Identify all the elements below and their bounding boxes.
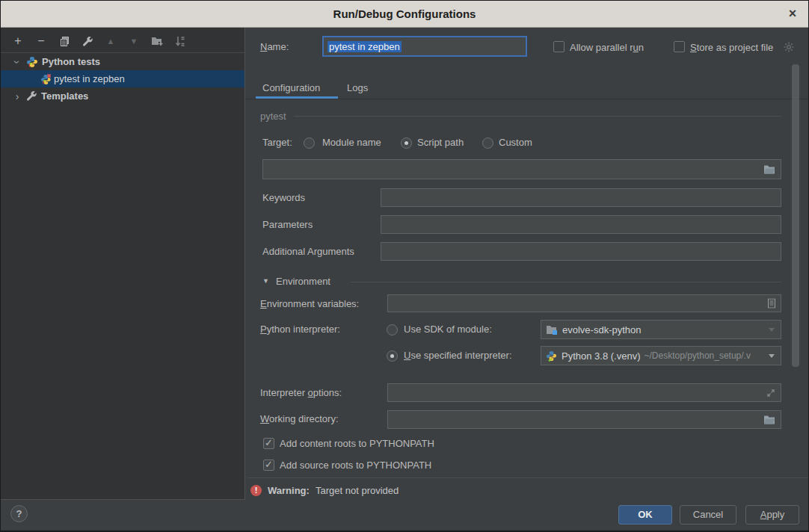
warning-label: Warning: [268,485,310,496]
name-input-selected-text: pytest in zepben [327,41,402,52]
target-module-name-radio[interactable] [304,137,315,149]
target-custom-radio[interactable] [482,137,493,149]
use-specified-interpreter-radio[interactable] [387,350,398,362]
folder-browse-icon[interactable] [763,164,775,174]
target-custom-label[interactable]: Custom [499,137,532,149]
target-module-name-label[interactable]: Module name [322,137,381,149]
new-folder-icon[interactable] [150,34,164,48]
additional-arguments-label: Additional Arguments [262,246,354,258]
store-as-project-file-label: Store as project file [690,42,773,54]
sort-alphabetically-icon[interactable] [173,34,187,48]
target-script-path-radio[interactable] [401,137,412,149]
python-interpreter-label: Python interpreter: [260,324,340,335]
keywords-label: Keywords [262,192,305,204]
environment-variables-label: Environment variables: [260,298,359,310]
help-button[interactable]: ? [10,505,28,522]
scrollbar-thumb[interactable] [792,64,799,367]
warning-divider [247,477,809,478]
run-debug-configurations-dialog: Run/Debug Configurations × + − ▲ ▼ › [0,0,809,532]
dialog-title: Run/Debug Configurations [333,7,476,20]
close-icon[interactable]: × [785,6,800,21]
wrench-icon [26,90,37,102]
working-directory-input[interactable] [387,410,781,429]
tree-item-templates[interactable]: › Templates [1,87,244,105]
environment-section-divider [351,282,781,282]
configurations-sidebar: + − ▲ ▼ › Python tests [1,28,245,500]
interpreter-options-input[interactable] [387,383,781,402]
add-content-roots-checkbox[interactable]: ✓ [263,438,274,449]
keywords-input[interactable] [381,188,781,207]
apply-button[interactable]: Apply [745,505,799,525]
module-icon [546,324,558,335]
ok-button[interactable]: OK [618,505,672,525]
interpreter-select-value: Python 3.8 (.venv) [562,350,641,362]
chevron-collapsed-icon[interactable]: › [13,90,22,102]
add-source-roots-label[interactable]: Add source roots to PYTHONPATH [280,460,431,471]
copy-icon[interactable] [58,34,71,48]
tree-item-label: Python tests [42,56,100,67]
module-select-value: evolve-sdk-python [562,324,642,335]
expand-field-icon[interactable] [766,389,775,398]
environment-collapse-triangle-icon[interactable]: ▼ [262,277,269,285]
target-script-path-label[interactable]: Script path [417,137,464,149]
move-down-icon[interactable]: ▼ [127,34,141,48]
warning-icon: ! [250,485,262,496]
additional-arguments-input[interactable] [381,242,781,261]
tab-configuration[interactable]: Configuration [262,82,320,93]
add-source-roots-checkbox[interactable]: ✓ [263,460,274,471]
use-sdk-of-module-label[interactable]: Use SDK of module: [404,324,492,335]
use-sdk-of-module-radio[interactable] [387,324,398,335]
interpreter-select-path: ~/Desktop/python_setup/.v [645,350,751,361]
tree-item-label: Templates [41,90,88,102]
interpreter-select-dropdown[interactable]: Python 3.8 (.venv) ~/Desktop/python_setu… [541,346,781,365]
titlebar[interactable]: Run/Debug Configurations × [1,1,808,28]
module-select-dropdown[interactable]: evolve-sdk-python [541,320,781,339]
name-label: Name: [260,41,289,53]
add-content-roots-label[interactable]: Add content roots to PYTHONPATH [280,438,434,450]
folder-browse-icon[interactable] [763,415,775,424]
use-specified-interpreter-label[interactable]: Use specified interpreter: [404,350,512,362]
pytest-section-label: pytest [260,111,286,123]
tree-item-pytest-in-zepben[interactable]: pytest in zepben [1,70,244,87]
tree-item-label: pytest in zepben [54,73,125,84]
environment-section-label[interactable]: Environment [276,276,330,288]
store-settings-gear-icon[interactable] [783,41,795,53]
parameters-input[interactable] [381,215,781,234]
working-directory-label: Working directory: [260,413,339,425]
name-input[interactable]: pytest in zepben [322,36,527,57]
parameters-label: Parameters [262,219,313,231]
dropdown-arrow-icon[interactable] [769,354,775,358]
interpreter-options-label: Interpreter options: [260,387,342,399]
target-path-input[interactable] [262,159,781,179]
allow-parallel-run-label: Allow parallel run [570,42,644,54]
target-label: Target: [262,137,292,149]
dropdown-arrow-icon[interactable] [769,328,775,332]
warning-message: Target not provided [316,485,399,496]
tabbar-divider [245,99,809,99]
python-interpreter-icon [546,350,557,362]
cancel-button[interactable]: Cancel [680,505,736,525]
tab-logs[interactable]: Logs [347,82,368,93]
check-icon: ✓ [265,437,273,448]
pytest-icon [26,56,38,68]
browse-variables-icon[interactable] [768,299,775,309]
store-as-project-file-checkbox[interactable] [674,41,685,52]
tree-item-python-tests[interactable]: › Python tests [1,53,244,70]
remove-icon[interactable]: − [34,34,48,48]
add-icon[interactable]: + [11,34,25,48]
allow-parallel-run-checkbox[interactable] [553,41,565,52]
check-icon: ✓ [265,459,273,470]
chevron-expanded-icon[interactable]: › [11,58,23,66]
pytest-section-divider [294,116,781,117]
edit-templates-wrench-icon[interactable] [81,34,94,48]
move-up-icon[interactable]: ▲ [104,34,117,48]
sidebar-toolbar: + − ▲ ▼ [11,34,187,49]
environment-variables-input[interactable] [387,294,781,312]
pytest-invalid-icon [40,73,52,85]
